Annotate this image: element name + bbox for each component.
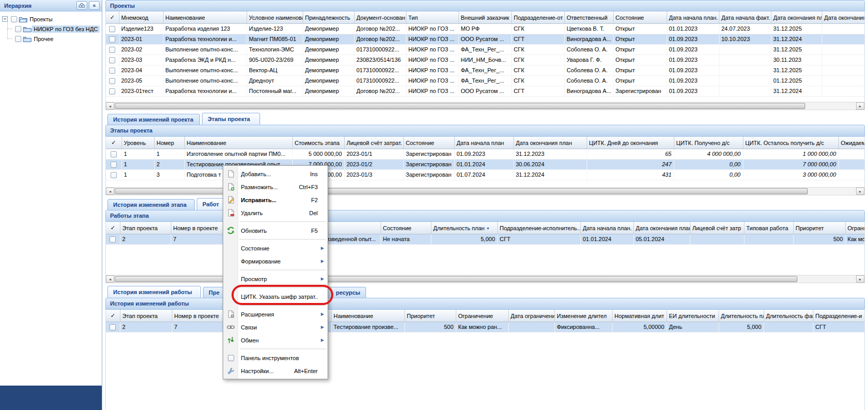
tree-node-label[interactable]: Проекты (28, 16, 55, 23)
column-header[interactable]: Длительность пла (718, 310, 764, 322)
table-row[interactable]: 11Изготовление опытной партии ПМ0...5 00… (106, 149, 865, 159)
table-row[interactable]: 2023-04Выполнение опытно-конс...Вектор-А… (106, 65, 865, 75)
scroll-left-button[interactable] (106, 102, 114, 110)
menu-item[interactable]: Обмен▶ (223, 334, 328, 347)
table-row[interactable]: 2023-05Выполнение опытно-конс...Дредноут… (106, 75, 865, 86)
column-header[interactable]: Дата окончания план (513, 137, 587, 149)
column-header[interactable]: Подразделение-исполнитель.. (497, 222, 580, 234)
row-checkbox[interactable] (109, 78, 115, 84)
row-checkbox[interactable] (109, 47, 115, 53)
row-checkbox[interactable] (109, 68, 115, 74)
table-row[interactable]: 13Подготовка т3 000 000,002023-01/3Зарег… (106, 169, 865, 180)
column-header[interactable]: Дата начала факт. (719, 11, 771, 23)
menu-item[interactable]: ОбновитьF5 (223, 224, 328, 237)
tree-node-label[interactable]: НИОКР по ГОЗ без НДС (32, 25, 100, 33)
menu-item[interactable]: Размножить...Ctrl+F3 (223, 180, 328, 193)
tab-1[interactable]: Этапы проекта (202, 113, 260, 125)
column-header[interactable]: Номер в проекте (172, 310, 225, 322)
column-header[interactable]: Состояние (403, 137, 454, 149)
column-header[interactable]: Наименование (184, 137, 292, 149)
tree-node-label[interactable]: Прочее (32, 35, 56, 43)
column-header[interactable]: Дата начала план. (580, 222, 633, 234)
column-header[interactable]: Нормативная длит (612, 310, 667, 322)
column-header[interactable]: Ответственный (564, 11, 613, 23)
column-header[interactable]: Этап проекта (120, 310, 172, 322)
row-checkbox[interactable] (111, 151, 117, 157)
row-checkbox[interactable] (109, 88, 115, 95)
collapse-panel-button[interactable]: « (89, 1, 100, 10)
table-row[interactable]: Изделие123Разработка изделия 123Изделие-… (106, 23, 865, 34)
table-row[interactable]: 27Тестирование произве...500Как можно ра… (106, 322, 865, 332)
column-header[interactable]: Длительность фак (764, 310, 813, 322)
menu-item[interactable]: УдалитьDel (223, 206, 328, 219)
stages-hscrollbar[interactable] (105, 187, 865, 195)
menu-item[interactable]: Состояние▶ (223, 242, 328, 255)
column-header[interactable]: Номер в проекте (171, 222, 224, 234)
column-header[interactable]: ✓ (106, 222, 120, 234)
column-header[interactable]: Лицевой счёт затр (690, 222, 744, 234)
column-header[interactable]: Изменение длител (554, 310, 612, 322)
works-hscrollbar[interactable] (105, 275, 865, 283)
column-header[interactable]: ЕИ длительности (667, 310, 718, 322)
tree-checkbox[interactable] (15, 36, 21, 42)
tree-node-prochee[interactable]: Прочее (13, 34, 101, 44)
column-header[interactable]: ✓ (106, 310, 120, 322)
scroll-thumb[interactable] (115, 188, 808, 194)
tree-node-projects[interactable]: Проекты (1, 14, 101, 24)
row-checkbox[interactable] (111, 162, 117, 168)
table-row[interactable]: 27Тестирование произведенной опыт...Не н… (106, 234, 865, 244)
menu-item[interactable]: Формирование▶ (223, 255, 328, 268)
scroll-left-button[interactable] (106, 275, 114, 283)
column-header[interactable]: Дата окончания план (633, 222, 690, 234)
column-header[interactable]: Дата начала план. (667, 11, 719, 23)
scroll-left-button[interactable] (106, 188, 114, 195)
column-header[interactable]: Ожидаемый (838, 137, 865, 149)
scroll-thumb[interactable] (115, 103, 805, 109)
row-checkbox[interactable] (110, 236, 116, 243)
column-header[interactable]: Наименование (331, 310, 404, 322)
menu-item[interactable]: Связи▶ (223, 321, 328, 334)
tree-checkbox[interactable] (11, 16, 17, 22)
tab-0[interactable]: История изменений этапа (107, 199, 195, 210)
scroll-right-button[interactable] (856, 102, 864, 110)
column-header[interactable]: Уровень (121, 137, 154, 149)
column-header[interactable]: Длительность план▼ (431, 222, 497, 234)
column-header[interactable]: Тип (406, 11, 458, 23)
column-header[interactable]: Документ-основан (354, 11, 406, 23)
column-header[interactable]: Типовая работа (744, 222, 793, 234)
column-header[interactable]: Дата окончания пл (771, 11, 822, 23)
column-header[interactable]: Ограничение (845, 222, 865, 234)
table-row[interactable]: 2023-03Разработка ЭКД и РКД н...905-U020… (106, 55, 865, 65)
table-row[interactable]: 12Тестирование произведенной опыт7 000 0… (106, 159, 865, 169)
column-header[interactable]: Дата начала план (454, 137, 513, 149)
row-checkbox[interactable] (109, 26, 115, 32)
row-checkbox[interactable] (110, 324, 116, 330)
search-binoculars-button[interactable] (76, 1, 87, 10)
column-header[interactable]: Условное наименова (247, 11, 303, 23)
scroll-right-button[interactable] (856, 275, 864, 283)
tab-0[interactable]: История изменений работы (107, 286, 201, 298)
column-header[interactable]: Лицевой счёт затрат. (344, 137, 403, 149)
column-header[interactable]: Подразделение-и (813, 310, 865, 322)
column-header[interactable]: Мнемокод (119, 11, 163, 23)
column-header[interactable]: Подразделение-от (511, 11, 564, 23)
column-header[interactable]: ЦИТК. Получено д/с (674, 137, 743, 149)
tree-checkbox[interactable] (15, 26, 21, 32)
column-header[interactable]: Приоритет (793, 222, 845, 234)
row-checkbox[interactable] (109, 57, 115, 63)
column-header[interactable]: Состояние (381, 222, 431, 234)
column-header[interactable]: Этап проекта (120, 222, 171, 234)
column-header[interactable]: ✓ (106, 11, 119, 23)
column-header[interactable]: ЦИТК. Осталось получить д/с (743, 137, 838, 149)
scroll-right-button[interactable] (856, 188, 864, 195)
tab-0[interactable]: История изменений проекта (107, 114, 200, 125)
menu-item[interactable]: Расширения▶ (223, 308, 328, 321)
menu-item[interactable]: Настройки...Alt+Enter (223, 364, 328, 377)
column-header[interactable]: ЦИТК. Дней до окончания (587, 137, 674, 149)
scroll-thumb[interactable] (115, 276, 797, 282)
column-header[interactable]: Номер (154, 137, 184, 149)
column-header[interactable]: Дата окончания (822, 11, 865, 23)
projects-hscrollbar[interactable] (105, 102, 865, 110)
column-header[interactable]: Состояние (613, 11, 667, 23)
column-header[interactable]: Принадлежность (303, 11, 354, 23)
